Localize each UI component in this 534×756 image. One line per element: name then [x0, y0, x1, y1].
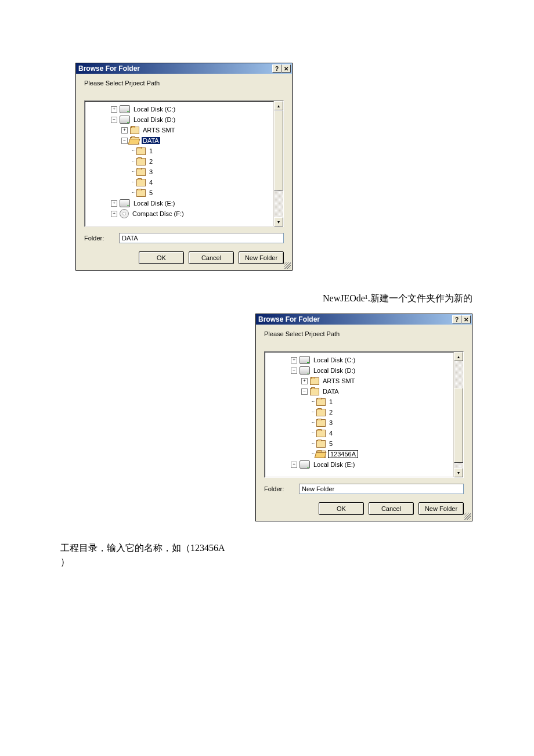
expand-arts-icon[interactable]: +: [121, 127, 128, 134]
caption-1: NewJEOde¹.新建一个文件夹作为新的: [323, 291, 472, 305]
node-local-disk-c[interactable]: Local Disk (C:): [312, 357, 356, 363]
expand-f-icon[interactable]: +: [111, 211, 117, 217]
new-folder-button[interactable]: New Folder: [418, 502, 464, 515]
help-button[interactable]: ?: [452, 315, 461, 323]
titlebar-text: Browse For Folder: [78, 64, 140, 73]
scroll-track[interactable]: [454, 361, 463, 468]
scroll-up-icon[interactable]: ▴: [454, 352, 463, 361]
folder-icon: [316, 398, 326, 406]
node-arts-smt[interactable]: ARTS SMT: [322, 377, 356, 384]
cancel-button[interactable]: Cancel: [189, 251, 234, 264]
scroll-up-icon[interactable]: ▴: [274, 101, 283, 110]
node-1[interactable]: 1: [148, 147, 154, 154]
prompt-text: Please Select Prjoect Path: [256, 325, 472, 340]
expand-c-icon[interactable]: +: [291, 357, 297, 363]
ok-button[interactable]: OK: [319, 502, 364, 515]
vertical-scrollbar[interactable]: ▴ ▾: [274, 101, 283, 226]
folder-icon: [130, 127, 139, 134]
folder-icon: [136, 168, 146, 176]
tree-inner[interactable]: +Local Disk (C:) −Local Disk (D:) +ARTS …: [85, 101, 274, 226]
folder-label: Folder:: [84, 235, 119, 242]
titlebar[interactable]: Browse For Folder ? ✕: [256, 314, 472, 325]
node-data[interactable]: DATA: [142, 137, 160, 144]
scroll-track[interactable]: [274, 110, 283, 217]
disk-icon: [120, 116, 130, 124]
folder-icon: [316, 440, 326, 448]
expand-c-icon[interactable]: +: [111, 106, 117, 113]
node-local-disk-d[interactable]: Local Disk (D:): [312, 367, 356, 374]
disk-icon: [300, 356, 310, 364]
folder-icon: [310, 388, 319, 395]
node-2[interactable]: 2: [148, 158, 154, 165]
close-button[interactable]: ✕: [461, 315, 471, 323]
new-folder-button[interactable]: New Folder: [239, 251, 284, 264]
expand-e-icon[interactable]: +: [291, 462, 297, 468]
button-row: OK Cancel New Folder: [76, 248, 292, 270]
node-2[interactable]: 2: [328, 409, 334, 416]
node-local-disk-d[interactable]: Local Disk (D:): [132, 116, 176, 123]
folder-row: Folder:: [84, 233, 284, 243]
node-local-disk-c[interactable]: Local Disk (C:): [132, 106, 176, 113]
folder-icon: [310, 377, 319, 385]
folder-icon: [316, 430, 326, 437]
folder-row: Folder:: [264, 484, 464, 494]
node-3[interactable]: 3: [148, 168, 154, 175]
browse-for-folder-dialog-1: Browse For Folder ? ✕ Please Select Prjo…: [75, 63, 293, 271]
folder-input[interactable]: [299, 484, 464, 494]
scroll-down-icon[interactable]: ▾: [454, 468, 463, 477]
node-local-disk-e[interactable]: Local Disk (E:): [132, 200, 176, 207]
folder-icon: [136, 179, 146, 186]
folder-icon: [316, 409, 326, 416]
prompt-text: Please Select Prjoect Path: [76, 74, 292, 89]
collapse-d-icon[interactable]: −: [291, 368, 297, 374]
folder-icon: [316, 419, 326, 427]
scroll-down-icon[interactable]: ▾: [274, 217, 283, 226]
folder-tree: +Local Disk (C:) −Local Disk (D:) +ARTS …: [84, 100, 284, 227]
resize-grip-icon[interactable]: [284, 262, 291, 269]
folder-open-icon: [316, 451, 326, 458]
vertical-scrollbar[interactable]: ▴ ▾: [454, 352, 463, 477]
resize-grip-icon[interactable]: [464, 513, 471, 520]
collapse-data-icon[interactable]: −: [121, 138, 128, 144]
scroll-thumb[interactable]: [454, 388, 463, 463]
collapse-data-icon[interactable]: −: [301, 388, 308, 395]
caption-2-line1: 工程目录，输入它的名称，如（123456A: [60, 541, 225, 555]
folder-icon: [136, 189, 146, 197]
node-3[interactable]: 3: [328, 419, 334, 426]
folder-icon: [136, 158, 146, 165]
node-local-disk-e[interactable]: Local Disk (E:): [312, 461, 356, 468]
node-compact-disc-f[interactable]: Compact Disc (F:): [131, 210, 185, 217]
folder-label: Folder:: [264, 485, 299, 492]
titlebar-text: Browse For Folder: [258, 315, 320, 323]
folder-icon: [136, 147, 146, 155]
cancel-button[interactable]: Cancel: [369, 502, 414, 515]
button-row: OK Cancel New Folder: [256, 499, 472, 521]
expand-e-icon[interactable]: +: [111, 200, 117, 207]
folder-open-icon: [130, 137, 139, 145]
node-new-folder-rename[interactable]: 123456A: [328, 450, 358, 458]
folder-input[interactable]: [119, 233, 284, 243]
node-arts-smt[interactable]: ARTS SMT: [142, 127, 176, 134]
disk-icon: [120, 105, 130, 113]
node-4[interactable]: 4: [148, 179, 154, 186]
expand-arts-icon[interactable]: +: [301, 378, 308, 384]
collapse-d-icon[interactable]: −: [111, 117, 117, 123]
disk-icon: [300, 366, 310, 375]
folder-tree: +Local Disk (C:) −Local Disk (D:) +ARTS …: [264, 351, 464, 478]
caption-2-line2: ）: [60, 555, 70, 569]
node-4[interactable]: 4: [328, 430, 334, 437]
browse-for-folder-dialog-2: Browse For Folder ? ✕ Please Select Prjo…: [255, 314, 472, 521]
ok-button[interactable]: OK: [139, 251, 184, 264]
help-button[interactable]: ?: [272, 64, 282, 73]
disk-icon: [120, 199, 130, 207]
node-5[interactable]: 5: [328, 440, 334, 447]
cd-icon: [120, 209, 129, 218]
node-5[interactable]: 5: [148, 189, 154, 196]
node-data[interactable]: DATA: [322, 388, 340, 395]
tree-inner[interactable]: +Local Disk (C:) −Local Disk (D:) +ARTS …: [265, 352, 454, 477]
node-1[interactable]: 1: [328, 398, 334, 405]
disk-icon: [300, 460, 310, 469]
scroll-thumb[interactable]: [274, 110, 283, 190]
titlebar[interactable]: Browse For Folder ? ✕: [76, 63, 292, 74]
close-button[interactable]: ✕: [282, 64, 291, 73]
